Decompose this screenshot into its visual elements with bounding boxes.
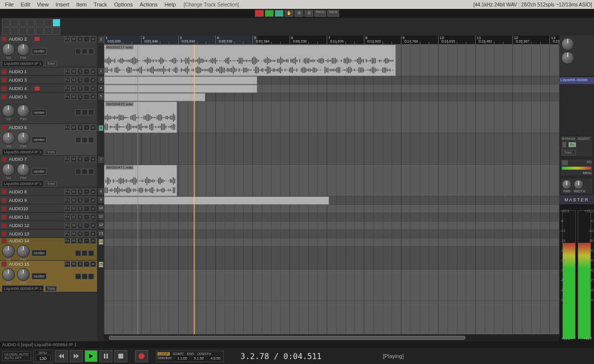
volume-knob[interactable]: [2, 268, 15, 281]
fx-btn[interactable]: Fx: [64, 223, 70, 228]
bpm-value[interactable]: 130: [36, 355, 50, 362]
fx-btn[interactable]: Fx: [64, 94, 70, 100]
track-number[interactable]: 9: [99, 197, 103, 203]
ruler-bar-12[interactable]: 120:20.307: [512, 36, 514, 45]
env-btn[interactable]: ~: [84, 86, 90, 91]
record-arm[interactable]: [1, 78, 6, 83]
pan-knob[interactable]: [562, 180, 572, 189]
phase-btn[interactable]: ø: [90, 86, 96, 91]
track-number[interactable]: 14: [99, 239, 103, 245]
trim-btn[interactable]: Trim: [562, 150, 576, 155]
toolbar-btn-switch-1[interactable]: Swi to: [314, 10, 326, 17]
track-number[interactable]: 11: [99, 214, 103, 220]
solo-btn[interactable]: S: [77, 238, 83, 244]
mute-btn[interactable]: M: [71, 223, 77, 228]
track-number[interactable]: 15: [99, 262, 103, 268]
track-lanes[interactable]: file000217.wavfile000432.wavfile000471.w…: [104, 45, 559, 334]
fx-btn[interactable]: Fx: [64, 189, 70, 195]
fx-btn[interactable]: Fx: [64, 69, 70, 75]
phase-btn[interactable]: ø: [90, 189, 96, 195]
env-btn[interactable]: ~: [84, 206, 90, 212]
track-number[interactable]: 5: [99, 93, 103, 99]
phase-btn[interactable]: ø: [90, 94, 96, 100]
track-name[interactable]: AUDIO 2: [8, 37, 34, 42]
mute-btn[interactable]: M: [71, 36, 77, 42]
lane-14[interactable]: [104, 247, 559, 270]
mute-btn[interactable]: M: [71, 238, 77, 244]
toolbar-btn-6[interactable]: ⊞: [304, 10, 313, 17]
fx-btn[interactable]: Fx: [64, 206, 70, 212]
env-btn[interactable]: ~: [84, 189, 90, 195]
track-btn-a[interactable]: [75, 169, 81, 175]
solo-btn[interactable]: S: [77, 261, 83, 267]
track-number[interactable]: 8: [99, 188, 103, 194]
toolbar-btn-2[interactable]: [265, 10, 274, 17]
volume-knob[interactable]: [2, 43, 15, 56]
record-arm[interactable]: [1, 223, 6, 228]
menu-view[interactable]: View: [34, 0, 52, 8]
audio-clip[interactable]: file000217.wav: [104, 45, 396, 76]
env-btn[interactable]: ~: [84, 261, 90, 267]
track-number[interactable]: 2: [99, 37, 103, 43]
record-arm[interactable]: [1, 198, 6, 203]
lane-10[interactable]: [104, 213, 559, 222]
toolbar-btn-1[interactable]: [255, 10, 264, 17]
forward-btn[interactable]: [70, 350, 83, 362]
tool-btn-7[interactable]: [52, 19, 60, 27]
bypass-btn[interactable]: [562, 142, 566, 147]
menu-help[interactable]: Help: [161, 0, 179, 8]
env-btn[interactable]: ~: [84, 231, 90, 237]
lane-11[interactable]: [104, 222, 559, 230]
ruler-bar-6[interactable]: 60:09.230: [290, 36, 291, 45]
track-panel-6[interactable]: AUDIO 6 Fx M S ~ ø Vol Pan center Liquid…: [0, 124, 97, 156]
mute-btn[interactable]: M: [71, 125, 77, 131]
rewind-btn[interactable]: [55, 350, 68, 362]
lane-6[interactable]: [104, 133, 559, 165]
track-btn-a[interactable]: [75, 250, 81, 256]
tool-btn-2[interactable]: [10, 19, 18, 27]
phase-btn[interactable]: ø: [90, 206, 96, 212]
playhead[interactable]: [194, 45, 195, 334]
track-number[interactable]: 10: [99, 205, 103, 211]
solo-btn[interactable]: S: [77, 69, 83, 75]
env-btn[interactable]: ~: [84, 36, 90, 42]
menu-track[interactable]: Track: [91, 0, 110, 8]
record-arm[interactable]: [1, 86, 6, 91]
toolbar-btn-switch-2[interactable]: Swi to: [327, 10, 339, 17]
fx-btn[interactable]: Fx: [64, 231, 70, 237]
fx-btn[interactable]: Fx: [64, 77, 70, 83]
pan-knob[interactable]: [17, 132, 30, 144]
volume-knob[interactable]: [2, 163, 15, 176]
play-btn[interactable]: [85, 350, 98, 362]
timeline-ruler[interactable]: 10:00.00020:01.84630:03.69240:05.53850:0…: [104, 36, 559, 45]
solo-btn[interactable]: S: [77, 197, 83, 203]
env-btn[interactable]: ~: [84, 125, 90, 131]
track-number[interactable]: 3: [99, 77, 103, 83]
horizontal-scrollbar[interactable]: [104, 334, 559, 341]
track-name[interactable]: AUDIO 7: [8, 157, 34, 162]
ruler-bar-1[interactable]: 10:00.000: [104, 36, 105, 45]
audio-clip[interactable]: file000432.wav: [104, 101, 177, 133]
track-number[interactable]: 6: [99, 125, 103, 131]
start-value[interactable]: 1.1.00: [175, 356, 189, 361]
track-number[interactable]: 1: [99, 68, 103, 74]
fx-btn[interactable]: Fx: [64, 238, 70, 244]
folder-icon[interactable]: [35, 87, 40, 91]
solo-btn[interactable]: S: [77, 189, 83, 195]
solo-btn[interactable]: S: [77, 206, 83, 212]
tool-btn-3[interactable]: [19, 19, 27, 27]
menu-insert[interactable]: Insert: [52, 0, 72, 8]
track-panel-12[interactable]: AUDIO 12 Fx M S ~ ø: [0, 221, 97, 229]
audio-clip[interactable]: file000471.wav: [104, 165, 177, 196]
mute-btn[interactable]: M: [71, 261, 77, 267]
mute-btn[interactable]: M: [71, 156, 77, 162]
trim-btn[interactable]: Trim: [45, 61, 57, 66]
record-arm[interactable]: [1, 37, 6, 42]
ruler-bar-11[interactable]: 110:18.461: [475, 36, 477, 45]
stop-btn[interactable]: [114, 350, 127, 362]
fx-btn[interactable]: Fx: [64, 156, 70, 162]
edit-cursor[interactable]: [138, 45, 138, 334]
route-label[interactable]: Liquid56-000864 IP 1: [2, 285, 44, 292]
track-name[interactable]: AUDIO 5: [8, 94, 34, 99]
automation-mode[interactable]: GLOBAL AUTO AUTO OFF: [2, 351, 31, 361]
